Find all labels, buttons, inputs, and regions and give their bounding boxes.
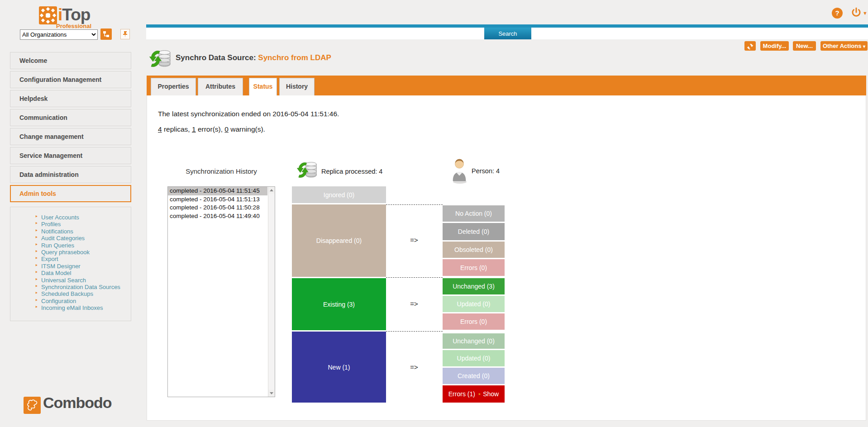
sidebar-item-welcome[interactable]: Welcome: [10, 52, 131, 69]
person-count-header: Person: 4: [472, 167, 500, 175]
hierarchy-icon: [102, 30, 110, 38]
scroll-up-arrow-icon[interactable]: [268, 187, 275, 194]
sidebar-item-helpdesk[interactable]: Helpdesk: [10, 90, 131, 107]
global-search-button[interactable]: Search: [484, 28, 531, 39]
new-button[interactable]: New...: [793, 41, 816, 51]
sidebar-menu: Welcome Configuration Management Helpdes…: [10, 52, 131, 204]
submenu-itsm-designer[interactable]: ITSM Designer: [10, 263, 131, 270]
person-icon: [450, 158, 468, 186]
submenu-data-model[interactable]: Data Model: [10, 270, 131, 276]
replicas-count-link[interactable]: 4: [158, 125, 162, 133]
submenu-export[interactable]: Export: [10, 256, 131, 262]
flow-box-updated-existing: Updated (0): [443, 296, 505, 312]
history-entry[interactable]: completed - 2016-05-04 11:51:45: [168, 187, 267, 195]
flow-box-no-action: No Action (0): [443, 205, 505, 222]
flow-box-unchanged-existing: Unchanged (3): [443, 278, 505, 294]
logout-menu-button[interactable]: ▼: [851, 7, 868, 19]
submenu-user-accounts[interactable]: User Accounts: [10, 214, 131, 221]
listbox-scrollbar[interactable]: [268, 187, 275, 397]
help-icon[interactable]: ?: [832, 8, 843, 19]
submenu-synchronization-data-sources[interactable]: Synchronization Data Sources: [10, 284, 131, 290]
errors-count-link[interactable]: 1: [192, 125, 196, 133]
sidebar-item-data-administration[interactable]: Data administration: [10, 166, 131, 183]
dashed-connector: [386, 277, 443, 278]
sync-summary-line: The latest synchronization ended on 2016…: [158, 110, 339, 118]
flow-box-obsoleted: Obsoleted (0): [443, 242, 505, 258]
tab-bar: Properties Attributes Status History: [147, 76, 866, 95]
history-column-title: Synchronization History: [167, 167, 275, 175]
errors-new-label: Errors (1): [448, 390, 475, 398]
submenu-run-queries[interactable]: Run Queries: [10, 242, 131, 249]
pin-menu-button[interactable]: [120, 29, 130, 39]
flow-box-new: New (1): [292, 332, 386, 403]
refresh-icon: [747, 43, 754, 50]
flow-box-errors-new: Errors (1) Show: [443, 385, 505, 403]
history-entry[interactable]: completed - 2016-05-04 11:50:28: [168, 204, 267, 212]
other-actions-button[interactable]: Other Actions ▾: [820, 41, 868, 51]
submenu-audit-categories[interactable]: Audit Categories: [10, 235, 131, 242]
admin-tools-submenu: User Accounts Profiles Notifications Aud…: [10, 207, 131, 321]
warnings-count-link[interactable]: 0: [224, 125, 229, 133]
flow-box-errors-disappeared: Errors (0): [443, 259, 505, 276]
power-icon: [851, 7, 862, 18]
pin-icon: [122, 31, 129, 38]
flow-arrow: =>: [404, 363, 424, 371]
sidebar-item-configuration-management[interactable]: Configuration Management: [10, 71, 131, 88]
flow-arrow: =>: [404, 300, 424, 308]
itop-logo-icon: [39, 6, 57, 26]
refresh-button[interactable]: [744, 41, 756, 51]
sidebar-item-admin-tools[interactable]: Admin tools: [10, 185, 131, 202]
top-blue-bar: [146, 24, 868, 28]
dashed-connector: [386, 204, 443, 205]
object-name: Synchro from LDAP: [258, 53, 331, 62]
sidebar-item-service-management[interactable]: Service Management: [10, 147, 131, 164]
replica-processed-header: Replica processed: 4: [321, 168, 382, 175]
app-logo-subtitle: Professional: [56, 23, 91, 29]
submenu-universal-search[interactable]: Universal Search: [10, 277, 131, 284]
app-logo-title: iTop: [58, 5, 90, 24]
flow-box-unchanged-new: Unchanged (0): [443, 333, 505, 349]
submenu-query-phrasebook[interactable]: Query phrasebook: [10, 249, 131, 256]
history-entry[interactable]: completed - 2016-05-04 11:49:40: [168, 212, 267, 221]
replica-icon: [297, 158, 318, 183]
scroll-down-arrow-icon[interactable]: [268, 390, 275, 397]
flow-box-deleted: Deleted (0): [443, 223, 505, 240]
sync-history-listbox[interactable]: completed - 2016-05-04 11:51:45 complete…: [167, 186, 275, 397]
flow-box-updated-new: Updated (0): [443, 350, 505, 366]
submenu-incoming-email-inboxes[interactable]: Incoming eMail Inboxes: [10, 304, 131, 311]
flow-box-created: Created (0): [443, 368, 505, 384]
itop-application-window: ? ▼ iTop Professional: [0, 0, 868, 427]
submenu-notifications[interactable]: Notifications: [10, 228, 131, 235]
synchro-datasource-icon: [149, 47, 172, 71]
sidebar-item-change-management[interactable]: Change management: [10, 128, 131, 145]
chevron-down-icon: ▾: [863, 44, 865, 49]
combodo-logo-icon: [24, 397, 41, 416]
flow-box-disappeared: Disappeared (0): [292, 204, 386, 277]
page-title: Synchro Data Source: Synchro from LDAP: [176, 53, 331, 62]
flow-box-existing: Existing (3): [292, 278, 386, 330]
tab-properties[interactable]: Properties: [151, 78, 196, 95]
submenu-scheduled-backups[interactable]: Scheduled Backups: [10, 290, 131, 297]
org-hierarchy-button[interactable]: [100, 28, 112, 40]
chevron-down-icon: ▼: [863, 10, 868, 16]
tab-status[interactable]: Status: [249, 78, 277, 95]
combodo-logo-text: Combodo: [43, 394, 112, 412]
flow-arrow: =>: [404, 236, 424, 244]
dashed-connector: [386, 331, 443, 332]
history-entry[interactable]: completed - 2016-05-04 11:51:13: [168, 195, 267, 204]
organization-select[interactable]: All Organizations: [20, 29, 98, 40]
modify-button[interactable]: Modify...: [760, 41, 789, 51]
show-errors-link[interactable]: Show: [478, 390, 499, 398]
flow-box-errors-existing: Errors (0): [443, 313, 505, 330]
tab-attributes[interactable]: Attributes: [198, 78, 243, 95]
sidebar-item-communication[interactable]: Communication: [10, 109, 131, 126]
submenu-configuration[interactable]: Configuration: [10, 298, 131, 304]
tab-history[interactable]: History: [279, 78, 315, 95]
sync-stats-line: 4 replicas, 1 error(s), 0 warning(s).: [158, 125, 265, 133]
submenu-profiles[interactable]: Profiles: [10, 221, 131, 228]
flow-box-ignored: Ignored (0): [292, 186, 386, 203]
